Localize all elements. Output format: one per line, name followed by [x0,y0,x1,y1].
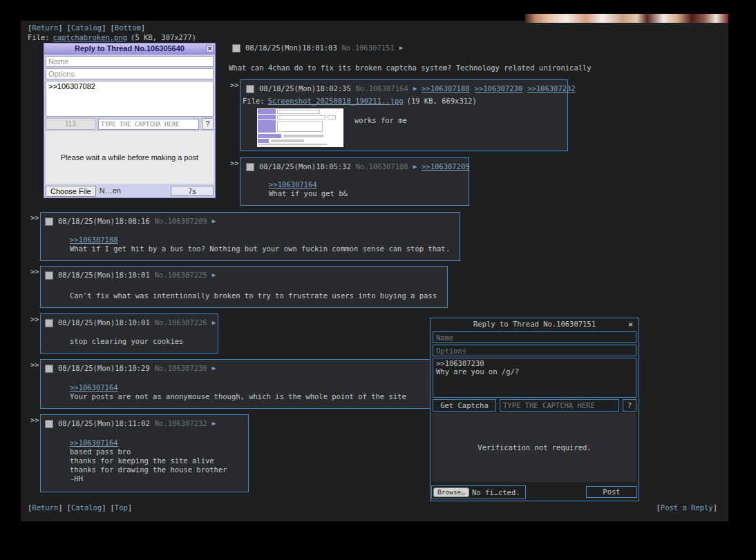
comment-textarea[interactable]: >>106307230 Why are you on /g/? [433,358,636,398]
thumbnail-detail [283,135,323,137]
quote-link[interactable]: >>106307164 [70,438,118,447]
post-number[interactable]: No.106307225 [155,271,207,280]
name-field[interactable] [433,331,636,343]
qr-titlebar[interactable]: Reply to Thread No.106307151 ✕ [431,318,639,330]
backlink[interactable]: >>106307209 [422,162,470,171]
post-number[interactable]: No.106307226 [155,318,207,327]
thumbnail-detail [271,139,304,142]
options-field[interactable] [433,345,636,356]
post-checkbox[interactable] [246,163,254,171]
thread-page: Return Catalog Bottom File: captchabroke… [21,21,728,521]
captcha-input[interactable] [98,119,199,130]
post-header: 08/18/25(Mon)18:10:01 No.106307226 ▶ [45,318,216,327]
post-checkbox[interactable] [45,271,53,280]
post-number[interactable]: No.106307230 [155,364,207,373]
op-post-header: 08/18/25(Mon)18:01:03 No.106307151 ▶ [232,44,403,52]
nav-catalog-link[interactable]: Catalog [67,23,106,32]
post-file-meta: (19 KB, 669x312) [407,97,477,106]
post-number[interactable]: No.106307209 [155,217,207,226]
post-checkbox[interactable] [246,85,254,93]
post-menu-arrow-icon[interactable]: ▶ [413,84,417,93]
post-number[interactable]: No.106307188 [356,162,408,171]
options-field[interactable] [46,68,214,79]
post-timestamp: 08/18/25(Mon)18:10:01 [58,318,150,327]
post-checkbox[interactable] [45,218,53,226]
thumbnail-detail [258,134,281,138]
post-number[interactable]: No.106307164 [356,84,408,93]
post-menu-arrow-icon[interactable]: ▶ [212,318,216,327]
captcha-help-button[interactable]: ? [623,399,636,412]
backlink[interactable]: >>106307188 [422,84,470,93]
post-file-link[interactable]: Screenshot_20250818_190211..jpg [268,97,404,106]
post-body-line: based pass bro [70,447,131,456]
post-checkbox[interactable] [45,420,53,428]
nav-bottom-link[interactable]: Bottom [111,23,146,32]
post-menu-arrow-icon[interactable]: ▶ [212,419,216,428]
post-thumbnail[interactable] [257,108,343,147]
thumbnail-detail [258,139,269,143]
post-checkbox[interactable] [45,365,53,373]
thumbnail-detail [328,115,336,119]
post-menu-arrow-icon[interactable]: ▶ [212,364,216,373]
backlink[interactable]: >>106307232 [527,84,576,93]
name-field[interactable] [46,56,214,67]
captcha-input[interactable] [500,399,619,412]
post-timestamp: 08/18/25(Mon)18:10:29 [58,364,150,373]
post-checkbox[interactable] [45,319,53,327]
post-button[interactable]: Post [586,486,637,498]
nav-top-link[interactable]: Top [111,503,133,512]
op-post-body: What can 4chan do to fix its broken capt… [229,64,592,73]
browse-button[interactable]: Browse… [433,487,469,497]
reply-marker: >> [30,360,39,369]
post-body: Your posts are not as anonymouse though,… [70,392,406,401]
choose-file-button[interactable]: Choose File [46,186,96,197]
qr-titlebar[interactable]: Reply to Thread No.106305640 ✕ [44,44,215,55]
nav-return-link[interactable]: Return [28,23,63,32]
thumbnail-detail [258,109,276,114]
post-header: 08/18/25(Mon)18:11:02 No.106307232 ▶ [45,419,216,428]
reply-marker: >> [30,213,39,222]
post-menu-arrow-icon[interactable]: ▶ [399,44,403,52]
post-timestamp: 08/18/25(Mon)18:10:01 [58,271,150,280]
quote-link[interactable]: >>106307164 [269,180,317,189]
post-menu-arrow-icon[interactable]: ▶ [413,162,417,171]
captcha-help-button[interactable]: ? [202,118,214,130]
close-icon[interactable]: ✕ [626,320,635,329]
reply-marker: >> [30,267,39,276]
get-captcha-button[interactable]: Get Captcha [433,399,496,412]
nav-return-link[interactable]: Return [28,503,63,512]
post-timer-button[interactable]: 7s [171,186,214,196]
thumbnail-detail [258,120,276,133]
quote-link[interactable]: >>106307188 [70,235,118,244]
post-body: What if I get hit by a bus too? Nothing … [70,244,450,253]
post-menu-arrow-icon[interactable]: ▶ [212,217,216,226]
post-timestamp: 08/18/25(Mon)18:05:32 [259,162,351,171]
thumbnail-detail [277,110,320,114]
post-body-line: -HH [70,474,83,483]
file-upload-box: Browse… No fi…cted. [431,485,526,499]
op-file-meta: (5 KB, 307x277) [131,33,196,42]
post-106307225: 08/18/25(Mon)18:10:01 No.106307225 ▶ Can… [40,266,448,308]
op-file-link[interactable]: captchabroken.png [53,33,127,42]
post-file-line: File: Screenshot_20250818_190211..jpg (1… [243,97,477,106]
nav-catalog-link[interactable]: Catalog [67,503,106,512]
close-icon[interactable]: ✕ [206,45,214,52]
quote-link[interactable]: >>106307164 [70,383,118,392]
bottom-nav: Return Catalog Top [28,503,132,512]
banner-image-sliver [525,14,728,23]
quick-reply-window-106307151: Reply to Thread No.106307151 ✕ >>1063072… [430,318,639,501]
post-a-reply-link[interactable]: Post a Reply [656,503,717,512]
backlink[interactable]: >>106307230 [475,84,523,93]
post-number[interactable]: No.106307232 [155,419,207,428]
comment-textarea[interactable]: >>106307082 [46,81,214,117]
thumbnail-detail [277,115,325,119]
post-checkbox[interactable] [232,44,240,52]
op-file-line: File: captchabroken.png (5 KB, 307x277) [28,33,196,42]
qr-title: Reply to Thread No.106307151 [473,320,596,328]
post-number[interactable]: No.106307151 [342,44,395,52]
file-status: No fi…cted. [472,488,520,497]
file-label: File: [243,97,265,106]
post-menu-arrow-icon[interactable]: ▶ [212,271,216,280]
post-timestamp: 08/18/25(Mon)18:02:35 [259,84,351,93]
captcha-timer-button: 113 [46,118,95,130]
